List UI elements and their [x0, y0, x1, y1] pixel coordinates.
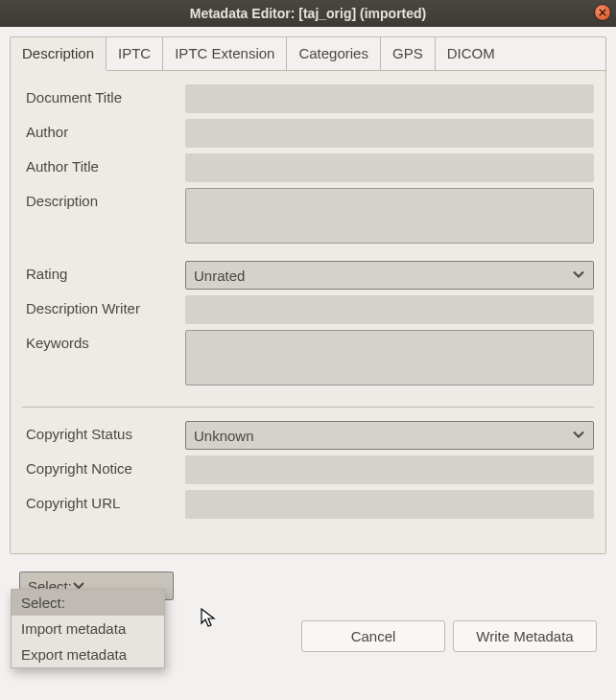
- label-description: Description: [22, 188, 185, 209]
- label-copyright-status: Copyright Status: [22, 421, 185, 442]
- input-author[interactable]: [185, 119, 594, 148]
- tab-gps[interactable]: GPS: [381, 37, 436, 70]
- select-copyright-status-value: Unknown: [194, 428, 254, 444]
- label-keywords: Keywords: [22, 330, 185, 351]
- select-rating[interactable]: Unrated: [185, 261, 594, 290]
- label-author: Author: [22, 119, 185, 140]
- input-copyright-notice[interactable]: [185, 455, 594, 484]
- window-titlebar: Metadata Editor: [taj_orig] (imported): [0, 0, 616, 27]
- input-keywords[interactable]: [185, 330, 594, 385]
- input-description-writer[interactable]: [185, 295, 594, 324]
- write-metadata-button[interactable]: Write Metadata: [453, 620, 597, 652]
- tab-dicom[interactable]: DICOM: [436, 37, 507, 70]
- dropdown-item-import-metadata[interactable]: Import metadata: [12, 616, 164, 642]
- label-copyright-notice: Copyright Notice: [22, 455, 185, 477]
- cancel-button[interactable]: Cancel: [301, 620, 445, 652]
- cursor-icon: [201, 608, 216, 633]
- input-author-title[interactable]: [185, 153, 594, 182]
- close-icon: [599, 9, 606, 16]
- tab-content-description: Document Title Author Author Title Descr…: [11, 71, 605, 553]
- tab-iptc[interactable]: IPTC: [107, 37, 163, 70]
- separator: [22, 407, 594, 408]
- lower-area: Select: Select: Import metadata Export m…: [10, 554, 606, 600]
- tab-strip: Description IPTC IPTC Extension Categori…: [11, 37, 605, 71]
- label-description-writer: Description Writer: [22, 295, 185, 316]
- chevron-down-icon: [572, 268, 585, 284]
- input-description[interactable]: [185, 188, 594, 244]
- select-rating-value: Unrated: [194, 268, 245, 284]
- dropdown-item-export-metadata[interactable]: Export metadata: [12, 642, 164, 667]
- input-copyright-url[interactable]: [185, 490, 594, 519]
- window-close-button[interactable]: [594, 4, 611, 21]
- tab-categories[interactable]: Categories: [287, 37, 381, 70]
- input-document-title[interactable]: [185, 84, 594, 113]
- dropdown-item-select[interactable]: Select:: [12, 590, 164, 616]
- window-title: Metadata Editor: [taj_orig] (imported): [190, 6, 427, 21]
- select-action-dropdown: Select: Import metadata Export metadata: [11, 589, 165, 668]
- label-document-title: Document Title: [22, 84, 185, 105]
- label-copyright-url: Copyright URL: [22, 490, 185, 511]
- select-copyright-status[interactable]: Unknown: [185, 421, 594, 450]
- tab-description[interactable]: Description: [11, 37, 107, 71]
- chevron-down-icon: [572, 428, 585, 444]
- tabs-container: Description IPTC IPTC Extension Categori…: [10, 36, 606, 554]
- tab-iptc-extension[interactable]: IPTC Extension: [163, 37, 287, 70]
- label-author-title: Author Title: [22, 153, 185, 175]
- label-rating: Rating: [22, 261, 185, 282]
